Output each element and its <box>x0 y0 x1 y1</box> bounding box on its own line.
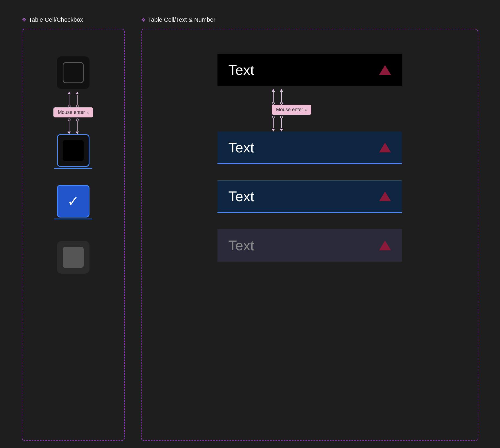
text-cell-default[interactable]: Text <box>217 54 402 86</box>
r-dot-3 <box>272 116 275 119</box>
arrows-up-left <box>68 92 79 107</box>
main-container: ❖ Table Cell/Checkbox <box>0 0 500 448</box>
left-panel-header: ❖ Table Cell/Checkbox <box>22 16 125 23</box>
arrow-line-3 <box>69 121 69 131</box>
checkbox-disabled-inner <box>63 247 84 268</box>
checkbox-disabled-wrapper <box>57 241 89 274</box>
r-arrow-line-2 <box>281 92 282 102</box>
cell-disabled-text: Text <box>228 237 254 254</box>
arrowhead-down-2 <box>76 132 79 134</box>
arrow-line-4 <box>77 121 78 131</box>
triangle-icon-selected <box>379 191 391 201</box>
mouse-enter-label-left: Mouse enter <box>58 110 85 115</box>
diamond-icon-right: ❖ <box>141 17 146 23</box>
r-arrowhead-up-2 <box>280 89 283 92</box>
mouse-enter-annotation-left: Mouse enter » <box>53 92 93 134</box>
mouse-enter-badge-right: Mouse enter » <box>272 105 311 115</box>
r-dot-2 <box>280 102 283 105</box>
cell-hover-text: Text <box>228 139 254 156</box>
arrows-down-right <box>272 116 283 132</box>
left-panel-title: Table Cell/Checkbox <box>29 16 83 23</box>
arrowhead-up-1 <box>68 92 71 94</box>
r-arrow-up-2 <box>280 89 283 105</box>
checkbox-hover[interactable] <box>57 134 89 167</box>
checkbox-checked-wrapper: ✓ <box>54 185 92 219</box>
checkbox-default-inner <box>63 62 84 83</box>
cell-selected-text: Text <box>228 188 254 204</box>
triangle-icon-default <box>379 65 391 75</box>
right-panel: ❖ Table Cell/Text & Number Text <box>141 16 478 432</box>
r-arrow-line-1 <box>273 92 274 102</box>
checkbox-default[interactable] <box>57 56 89 89</box>
arrowhead-up-2 <box>76 92 79 94</box>
arrow-line-2 <box>77 95 78 105</box>
mouse-enter-annotation-right: Mouse enter » <box>217 89 402 132</box>
arrow-line-1 <box>69 95 69 105</box>
left-panel: ❖ Table Cell/Checkbox <box>22 16 125 432</box>
r-arrow-down-2 <box>280 116 283 132</box>
diamond-icon-left: ❖ <box>22 17 27 23</box>
text-cell-selected[interactable]: Text <box>217 180 402 213</box>
r-arrow-down-1 <box>272 116 275 132</box>
arrow-up-1 <box>68 92 71 107</box>
checkbox-disabled <box>57 241 89 274</box>
dot-3 <box>68 119 70 121</box>
badge-arrow-left: » <box>86 110 89 115</box>
r-dot-4 <box>280 116 283 119</box>
arrow-up-2 <box>76 92 79 107</box>
arrowhead-down-1 <box>68 132 71 134</box>
arrow-down-1 <box>68 119 71 134</box>
checkbox-checked-underline <box>54 219 92 219</box>
dot-1 <box>68 105 70 107</box>
r-dot-1 <box>272 102 275 105</box>
r-arrow-up-1 <box>272 89 275 105</box>
text-cell-disabled: Text <box>217 229 402 262</box>
checkbox-hover-inner <box>63 140 84 161</box>
triangle-icon-disabled <box>379 241 391 250</box>
badge-arrow-right: » <box>305 108 307 112</box>
right-panel-title: Table Cell/Text & Number <box>148 16 215 23</box>
mouse-enter-label-right: Mouse enter <box>276 107 303 113</box>
left-panel-border: Mouse enter » <box>22 29 125 441</box>
mouse-enter-badge-left: Mouse enter » <box>53 107 93 117</box>
arrow-down-2 <box>76 119 79 134</box>
r-arrowhead-down-1 <box>272 129 275 132</box>
text-cell-hover[interactable]: Text <box>217 132 402 164</box>
dot-2 <box>76 105 79 107</box>
r-arrowhead-up-1 <box>272 89 275 92</box>
r-arrow-line-3 <box>273 119 274 128</box>
checkbox-hover-underline <box>54 168 92 169</box>
arrows-down-left <box>68 119 79 134</box>
dot-4 <box>76 119 79 121</box>
triangle-icon-hover <box>379 143 391 152</box>
arrows-up-right <box>272 89 283 105</box>
cell-default-text: Text <box>228 62 254 78</box>
checkmark-icon: ✓ <box>67 194 79 208</box>
checkbox-checked[interactable]: ✓ <box>57 185 89 217</box>
right-panel-border: Text Mouse <box>141 29 478 441</box>
r-arrowhead-down-2 <box>280 129 283 132</box>
right-panel-header: ❖ Table Cell/Text & Number <box>141 16 478 23</box>
r-arrow-line-4 <box>281 119 282 128</box>
